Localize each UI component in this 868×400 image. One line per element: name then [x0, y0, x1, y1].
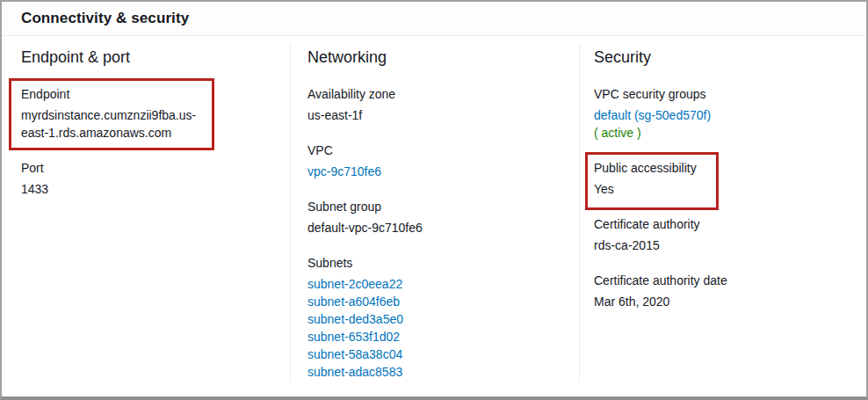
certificate-authority-date-label: Certificate authority date [594, 272, 852, 289]
networking-title: Networking [307, 47, 558, 67]
subnet-link[interactable]: subnet-ded3a5e0 [307, 310, 558, 328]
endpoint-value: myrdsinstance.cumznzii9fba.us-east-1.rds… [21, 106, 204, 142]
panel-columns: Endpoint & port Endpoint myrdsinstance.c… [2, 36, 866, 396]
subnet-link[interactable]: subnet-653f1d02 [307, 328, 558, 345]
subnet-group-label: Subnet group [307, 198, 558, 215]
vpc-field: VPC vpc-9c710fe6 [307, 142, 558, 180]
vpc-security-groups-field: VPC security groups default (sg-50ed570f… [594, 85, 852, 142]
vpc-security-groups-label: VPC security groups [594, 85, 852, 103]
vpc-label: VPC [307, 142, 558, 159]
certificate-authority-date-value: Mar 6th, 2020 [594, 293, 852, 310]
port-value: 1433 [21, 180, 269, 198]
subnets-label: Subnets [307, 254, 558, 272]
subnet-link[interactable]: subnet-adac8583 [307, 363, 558, 381]
section-endpoint-port: Endpoint & port Endpoint myrdsinstance.c… [2, 36, 290, 396]
security-title: Security [594, 47, 852, 67]
port-label: Port [21, 159, 269, 177]
panel-title: Connectivity & security [21, 10, 189, 27]
availability-zone-field: Availability zone us-east-1f [307, 85, 558, 124]
certificate-authority-date-field: Certificate authority date Mar 6th, 2020 [594, 272, 852, 310]
section-security: Security VPC security groups default (sg… [580, 36, 866, 396]
port-field: Port 1433 [21, 159, 269, 198]
certificate-authority-value: rds-ca-2015 [594, 236, 852, 254]
certificate-authority-field: Certificate authority rds-ca-2015 [594, 215, 852, 254]
endpoint-label: Endpoint [21, 85, 269, 103]
connectivity-security-panel: Connectivity & security Endpoint & port … [0, 0, 868, 400]
vpc-link[interactable]: vpc-9c710fe6 [307, 163, 381, 180]
public-accessibility-label: Public accessibility [594, 159, 852, 177]
availability-zone-value: us-east-1f [307, 106, 558, 124]
availability-zone-label: Availability zone [307, 85, 558, 103]
subnet-link[interactable]: subnet-58a38c04 [307, 345, 558, 363]
security-group-link[interactable]: default (sg-50ed570f) [594, 106, 711, 124]
subnets-field: Subnets subnet-2c0eea22 subnet-a604f6eb … [307, 254, 558, 381]
public-accessibility-field: Public accessibility Yes [594, 159, 852, 198]
endpoint-field: Endpoint myrdsinstance.cumznzii9fba.us-e… [21, 85, 269, 142]
certificate-authority-label: Certificate authority [594, 215, 852, 233]
public-accessibility-value: Yes [594, 180, 852, 198]
subnet-group-field: Subnet group default-vpc-9c710fe6 [307, 198, 558, 236]
section-networking: Networking Availability zone us-east-1f … [291, 36, 579, 396]
subnet-link[interactable]: subnet-2c0eea22 [307, 275, 558, 293]
endpoint-port-title: Endpoint & port [21, 47, 269, 67]
panel-header: Connectivity & security [2, 2, 866, 36]
subnet-link[interactable]: subnet-a604f6eb [307, 293, 558, 310]
security-group-active-status: ( active ) [594, 124, 852, 142]
subnet-group-value: default-vpc-9c710fe6 [307, 219, 558, 236]
